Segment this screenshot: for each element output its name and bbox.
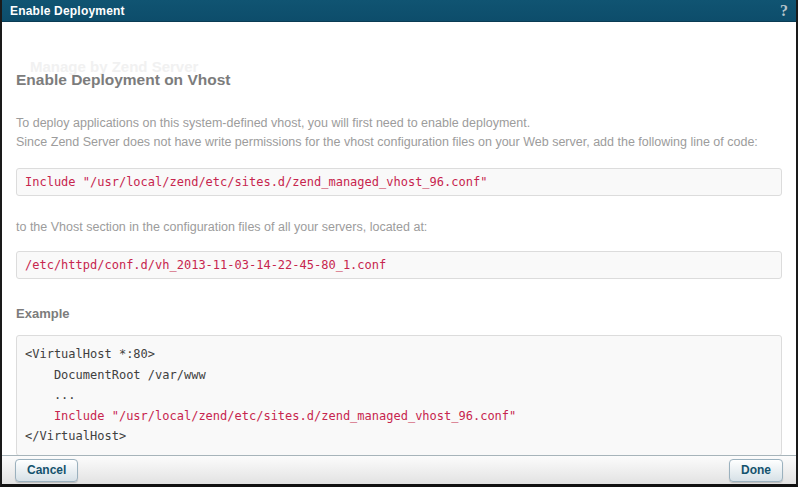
dialog-content: Manage by Zend Server Enable Deployment …	[2, 22, 796, 455]
code-line: </VirtualHost>	[25, 426, 773, 447]
code-line: Include "/usr/local/zend/etc/sites.d/zen…	[25, 406, 773, 427]
dialog-footer: Cancel Done	[2, 455, 796, 484]
intro-line-2: Since Zend Server does not have write pe…	[16, 133, 782, 152]
help-icon[interactable]: ?	[780, 3, 788, 19]
code-line: <VirtualHost *:80>	[25, 344, 773, 365]
cancel-button[interactable]: Cancel	[15, 459, 78, 482]
page-title: Enable Deployment on Vhost	[16, 71, 782, 89]
example-label: Example	[16, 306, 782, 321]
config-path-code-block: /etc/httpd/conf.d/vh_2013-11-03-14-22-45…	[16, 251, 782, 279]
dialog-titlebar: Enable Deployment ?	[2, 0, 796, 22]
code-line: DocumentRoot /var/www	[25, 365, 773, 386]
include-code-block: Include "/usr/local/zend/etc/sites.d/zen…	[16, 168, 782, 196]
intro-paragraph: To deploy applications on this system-de…	[16, 114, 782, 151]
example-code-block: <VirtualHost *:80> DocumentRoot /var/www…	[16, 335, 782, 456]
vhost-section-text: to the Vhost section in the configuratio…	[16, 220, 782, 234]
done-button[interactable]: Done	[729, 459, 783, 482]
dialog-title: Enable Deployment	[10, 4, 125, 18]
intro-line-1: To deploy applications on this system-de…	[16, 114, 782, 133]
code-line: ...	[25, 385, 773, 406]
enable-deployment-dialog: Enable Deployment ? Manage by Zend Serve…	[0, 0, 798, 487]
